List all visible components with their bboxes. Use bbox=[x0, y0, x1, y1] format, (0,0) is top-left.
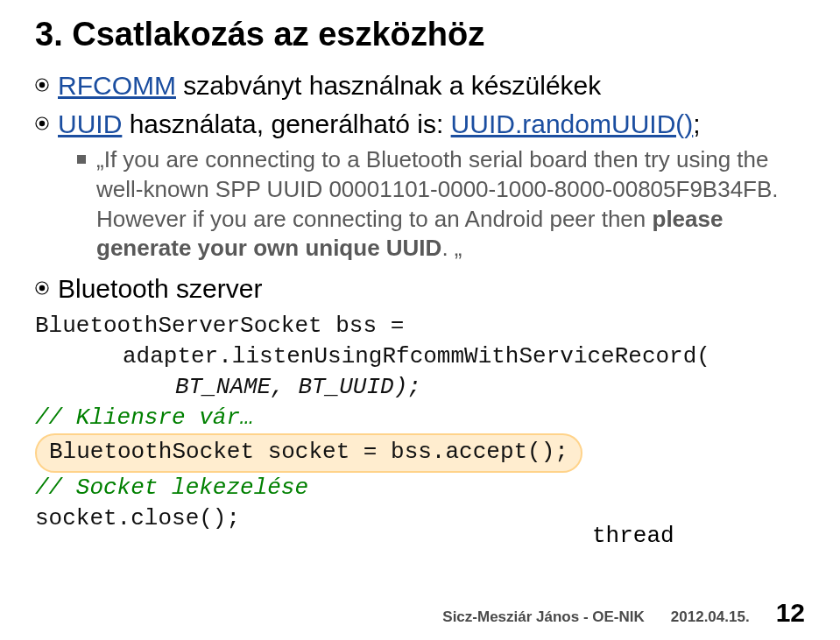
sub-bullet-text: „If you are connecting to a Bluetooth se… bbox=[96, 145, 805, 264]
code-line-3: BT_NAME, BT_UUID); bbox=[175, 372, 805, 403]
bullet-icon bbox=[35, 116, 49, 130]
bullet-2-text: UUID használata, generálható is: UUID.ra… bbox=[58, 108, 701, 141]
code-line-7: socket.close(); bbox=[35, 503, 805, 534]
svg-point-5 bbox=[39, 285, 45, 291]
code-line-6: // Socket lekezelése bbox=[35, 473, 805, 503]
code-line-1: BluetoothServerSocket bss = bbox=[35, 311, 805, 341]
code-line-4: // Kliensre vár… bbox=[35, 403, 805, 433]
svg-point-3 bbox=[39, 120, 45, 125]
bullet-row-1: RFCOMM szabványt használnak a készülékek bbox=[35, 69, 805, 102]
svg-point-1 bbox=[39, 82, 45, 88]
code-line-5-wrap: BluetoothSocket socket = bss.accept(); bbox=[35, 433, 805, 473]
sub-t2: . bbox=[441, 235, 454, 261]
bullet-2-mid: használata, generálható is: bbox=[122, 109, 450, 138]
rfcomm-link[interactable]: RFCOMM bbox=[58, 71, 176, 100]
square-bullet-icon bbox=[77, 155, 86, 164]
bullet-1-text: RFCOMM szabványt használnak a készülékek bbox=[58, 69, 601, 102]
slide-footer: Sicz-Mesziár János - OE-NIK 2012.04.15. … bbox=[0, 598, 840, 628]
uuid-link[interactable]: UUID bbox=[58, 109, 122, 138]
slide-title: 3. Csatlakozás az eszközhöz bbox=[35, 16, 805, 53]
bullet-3-text: Bluetooth szerver bbox=[58, 272, 262, 306]
highlight-accept: BluetoothSocket socket = bss.accept(); bbox=[35, 433, 582, 473]
bullet-row-3: Bluetooth szerver bbox=[35, 272, 805, 306]
bullet-row-2: UUID használata, generálható is: UUID.ra… bbox=[35, 108, 805, 141]
code-line-2: adapter.listenUsingRfcommWithServiceReco… bbox=[123, 341, 805, 372]
bullet-icon bbox=[35, 281, 49, 295]
footer-date: 2012.04.15. bbox=[671, 608, 750, 626]
quote-close: „ bbox=[455, 235, 462, 261]
bullet-1-rest: szabványt használnak a készülékek bbox=[176, 71, 601, 100]
thread-label: thread bbox=[592, 523, 674, 549]
sub-bullet-list: „If you are connecting to a Bluetooth se… bbox=[77, 145, 805, 264]
bullet-2-suffix: ; bbox=[693, 109, 700, 138]
footer-author: Sicz-Mesziár János - OE-NIK bbox=[442, 608, 645, 626]
bullet-icon bbox=[35, 78, 49, 92]
uuid-random-link[interactable]: UUID.randomUUID() bbox=[451, 109, 694, 138]
footer-page-number: 12 bbox=[776, 598, 805, 628]
sub-bullet-row: „If you are connecting to a Bluetooth se… bbox=[77, 145, 805, 264]
code-block: BluetoothServerSocket bss = adapter.list… bbox=[35, 311, 805, 535]
quote-open: „ bbox=[96, 146, 104, 172]
